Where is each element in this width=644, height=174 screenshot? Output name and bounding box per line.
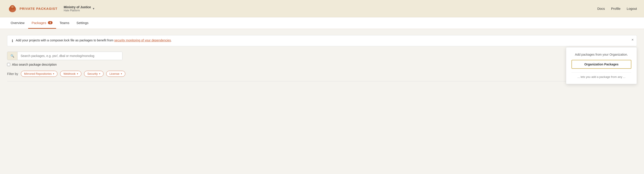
filter-row: Filter by Mirrored Repositories ▾ Webhoo… xyxy=(7,71,637,77)
main-nav: Overview Packages 4 Teams Settings xyxy=(0,17,644,29)
organization-packages-button[interactable]: Organization Packages xyxy=(572,60,631,69)
tab-settings[interactable]: Settings xyxy=(73,17,92,29)
chevron-down-icon: ▼ xyxy=(92,7,95,10)
filter-security[interactable]: Security ▾ xyxy=(84,71,104,77)
filter-webhook[interactable]: Webhook ▾ xyxy=(60,71,82,77)
tab-packages[interactable]: Packages 4 xyxy=(28,17,56,29)
alert-text: Add your projects with a composer.lock f… xyxy=(16,39,172,42)
logout-link[interactable]: Logout xyxy=(627,7,637,11)
logo-area: PRIVATE PACKAGIST xyxy=(7,3,58,14)
search-submit-button[interactable]: 🔍 xyxy=(7,52,18,60)
popup-bottom-text: ... lets you add a package from any ... xyxy=(572,75,631,78)
chevron-down-icon: ▾ xyxy=(53,72,54,75)
profile-link[interactable]: Profile xyxy=(611,7,621,11)
search-wrapper: 🔍 xyxy=(7,52,122,60)
search-description-label: Also search package description xyxy=(12,63,57,66)
search-icon: 🔍 xyxy=(10,54,14,58)
alert-link[interactable]: security monitoring of your dependencies xyxy=(114,39,171,42)
search-description-checkbox[interactable] xyxy=(7,63,10,66)
tab-overview[interactable]: Overview xyxy=(7,17,28,29)
header-left: PRIVATE PACKAGIST Ministry of Justice Ha… xyxy=(7,3,98,14)
packages-badge: 4 xyxy=(48,21,52,24)
alert-close-button[interactable]: × xyxy=(632,38,634,42)
chevron-down-icon: ▾ xyxy=(99,72,100,75)
org-selector[interactable]: Ministry of Justice Hale Platform ▼ xyxy=(61,4,98,13)
docs-link[interactable]: Docs xyxy=(597,7,605,11)
chevron-down-icon: ▾ xyxy=(77,72,78,75)
chevron-down-icon: ▾ xyxy=(121,72,122,75)
search-input[interactable] xyxy=(18,52,122,60)
filter-license[interactable]: License ▾ xyxy=(106,71,125,77)
divider xyxy=(7,81,637,81)
info-icon: ℹ xyxy=(12,39,13,43)
popup-divider xyxy=(572,72,631,72)
add-package-popup: Add packages from your Organization. Org… xyxy=(566,47,637,84)
org-name: Ministry of Justice Hale Platform xyxy=(64,5,91,12)
alert-banner: ℹ Add your projects with a composer.lock… xyxy=(7,35,637,46)
header-nav: Docs Profile Logout xyxy=(597,7,637,11)
filter-mirrored-repositories[interactable]: Mirrored Repositories ▾ xyxy=(21,71,58,77)
header: PRIVATE PACKAGIST Ministry of Justice Ha… xyxy=(0,0,644,17)
filter-by-label: Filter by xyxy=(7,72,18,76)
search-row: 🔍 License Review Add Package xyxy=(7,52,637,60)
logo-icon xyxy=(7,3,18,14)
tab-teams[interactable]: Teams xyxy=(56,17,73,29)
popup-intro-text: Add packages from your Organization. xyxy=(572,53,631,56)
main-content: ℹ Add your projects with a composer.lock… xyxy=(0,29,644,174)
checkbox-row: Also search package description xyxy=(7,63,637,66)
svg-point-4 xyxy=(11,6,14,8)
logo-text: PRIVATE PACKAGIST xyxy=(20,7,58,11)
